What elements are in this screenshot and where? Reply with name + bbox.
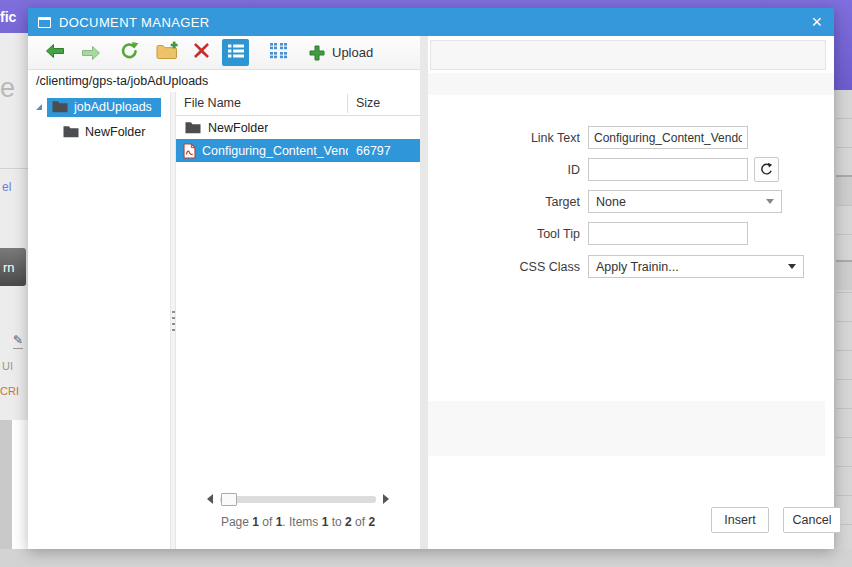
forward-arrow-icon [81, 45, 101, 61]
delete-x-icon [193, 42, 210, 63]
document-manager-dialog: DOCUMENT MANAGER × [28, 8, 834, 549]
id-label: ID [428, 163, 588, 177]
refresh-circle-icon [759, 162, 774, 177]
column-divider [347, 94, 348, 113]
pager-text: . Items [282, 515, 321, 529]
screen: fic e el rn ✎ UI CRI DOCUMENT MANAGER × [0, 0, 852, 567]
window-icon [38, 17, 51, 28]
pager-text: of [352, 515, 369, 529]
background-divider [0, 168, 28, 169]
background-button-fragment: rn [0, 248, 26, 286]
pager-text: Page [221, 515, 252, 529]
pdf-icon [183, 143, 196, 159]
panel-header-box [430, 40, 826, 70]
file-row-newfolder[interactable]: NewFolder [176, 116, 420, 139]
list-view-button[interactable] [222, 39, 249, 66]
file-row-selected[interactable]: Configuring_Content_Vendo 66797 [176, 139, 420, 162]
css-class-label: CSS Class [428, 260, 588, 274]
close-icon[interactable]: × [809, 13, 824, 31]
delete-button[interactable] [188, 39, 214, 66]
tree-item-label: jobAdUploads [74, 100, 152, 114]
splitter-grip-icon [172, 311, 175, 331]
link-properties-panel: Link Text ID Target None Tool Tip [428, 36, 834, 549]
upload-plus-icon [309, 45, 325, 61]
insert-button[interactable]: Insert [711, 507, 769, 533]
file-name: NewFolder [208, 121, 268, 135]
grid-view-icon [270, 43, 287, 63]
css-class-select[interactable]: Apply Trainin... [588, 255, 804, 278]
pager-number: 1 [252, 515, 259, 529]
new-folder-button[interactable] [154, 39, 180, 66]
background-text-fragment: e [0, 73, 15, 104]
file-list: File Name Size NewFolder [176, 92, 420, 549]
toolbar: Upload [28, 36, 420, 70]
target-label: Target [428, 195, 588, 209]
link-text-label: Link Text [428, 131, 588, 145]
section-divider [420, 36, 428, 549]
folder-icon [63, 125, 79, 138]
form-row-css-class: CSS Class Apply Trainin... [428, 254, 804, 279]
column-header-size[interactable]: Size [356, 96, 380, 110]
list-view-icon [228, 44, 244, 62]
refresh-button[interactable] [116, 39, 142, 66]
css-class-selected-value: Apply Trainin... [596, 260, 679, 274]
tree-item-jobaduploads[interactable]: jobAdUploads [28, 96, 170, 118]
file-size: 66797 [356, 144, 391, 158]
panel-footer-strip [428, 401, 825, 456]
form-row-target: Target None [428, 189, 782, 214]
upload-label: Upload [332, 45, 373, 60]
current-path: /clientimg/gps-ta/jobAdUploads [28, 70, 420, 92]
edit-icon: ✎ [13, 333, 23, 349]
refresh-icon [119, 41, 140, 64]
upload-button[interactable]: Upload [309, 45, 373, 61]
folder-tree: jobAdUploads NewFolder [28, 92, 170, 549]
tree-expander-icon[interactable] [35, 103, 43, 111]
background-header-text-fragment: fic [0, 9, 16, 25]
target-select[interactable]: None [588, 190, 782, 213]
background-panel [12, 420, 28, 549]
pager-number: 2 [368, 515, 375, 529]
scroll-left-arrow-icon[interactable] [207, 494, 213, 504]
tool-tip-input[interactable] [588, 222, 748, 245]
scroll-right-arrow-icon[interactable] [383, 494, 389, 504]
target-selected-value: None [596, 195, 626, 209]
pager-status: Page 1 of 1. Items 1 to 2 of 2 [176, 515, 420, 529]
chevron-down-icon [766, 199, 774, 204]
background-left-strip: e el rn ✎ UI CRI [0, 33, 28, 549]
scrollbar-track[interactable] [220, 496, 376, 503]
id-input[interactable] [588, 158, 748, 181]
grid-view-button[interactable] [265, 39, 291, 66]
back-button[interactable] [42, 39, 68, 66]
file-name: Configuring_Content_Vendo [202, 144, 348, 158]
tree-item-selected[interactable]: jobAdUploads [47, 98, 161, 117]
chevron-down-icon [788, 264, 796, 269]
back-arrow-icon [45, 43, 65, 63]
tree-item-label: NewFolder [85, 125, 145, 139]
pager-text: to [328, 515, 345, 529]
folder-icon [52, 100, 68, 113]
file-browser-section: Upload /clientimg/gps-ta/jobAdUploads jo… [28, 36, 420, 549]
form-row-link-text: Link Text [428, 125, 748, 150]
background-table-row [836, 175, 852, 205]
form-row-id: ID [428, 157, 779, 182]
tool-tip-label: Tool Tip [428, 227, 588, 241]
cancel-button[interactable]: Cancel [783, 507, 841, 533]
horizontal-scrollbar [176, 494, 420, 504]
tree-item-newfolder[interactable]: NewFolder [63, 121, 170, 142]
panel-subheader-strip [428, 73, 834, 95]
generate-id-button[interactable] [754, 157, 779, 182]
pager-number: 2 [345, 515, 352, 529]
browser-panes: jobAdUploads NewFolder File Name Size [28, 92, 420, 549]
pager-text: of [259, 515, 276, 529]
scrollbar-thumb[interactable] [221, 493, 237, 506]
forward-button[interactable] [78, 39, 104, 66]
link-text-input[interactable] [588, 126, 748, 149]
column-header-file-name[interactable]: File Name [184, 96, 241, 110]
background-table-row [836, 260, 852, 290]
background-panel [0, 420, 12, 549]
dialog-title: DOCUMENT MANAGER [59, 15, 809, 30]
background-text-fragment: CRI [0, 385, 19, 397]
form-row-tool-tip: Tool Tip [428, 221, 748, 246]
file-list-header: File Name Size [176, 92, 420, 116]
background-table-rows [836, 90, 852, 549]
